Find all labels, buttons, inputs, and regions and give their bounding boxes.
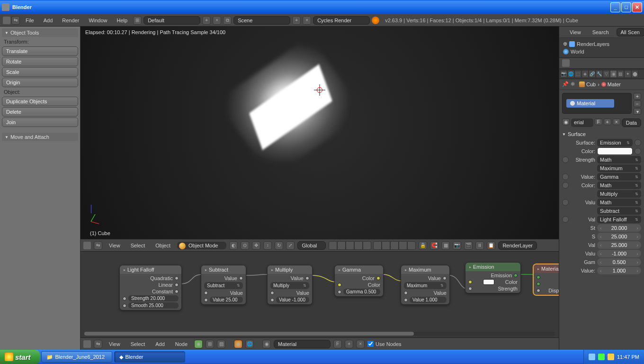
delete-button[interactable]: Delete	[2, 107, 78, 117]
start-button[interactable]: start	[0, 350, 40, 364]
material-name-field[interactable]: erial	[571, 118, 593, 127]
shader-type-icon[interactable]: ◉	[194, 340, 203, 348]
tray-icon[interactable]	[598, 354, 605, 360]
prop-number-field[interactable]: 0.500	[597, 258, 641, 266]
prop-dropdown[interactable]: Subtract	[597, 207, 641, 215]
use-nodes-checkbox[interactable]: Use Nodes	[367, 341, 401, 347]
prop-dropdown[interactable]: Math	[597, 156, 641, 164]
node-scrollbar[interactable]	[84, 332, 555, 336]
pin-icon[interactable]: 📌	[562, 81, 569, 88]
prop-number-field[interactable]: 25.000	[597, 233, 641, 240]
minimize-button[interactable]: _	[610, 2, 620, 12]
add-slot-button[interactable]: +	[634, 93, 641, 100]
remove-layout-button[interactable]: ×	[213, 16, 221, 25]
collapse-icon[interactable]: ⇆	[94, 340, 102, 348]
link-dropdown[interactable]: Data	[622, 118, 641, 127]
translate-button[interactable]: Translate	[2, 46, 78, 56]
input-socket-icon[interactable]	[562, 199, 569, 206]
ne-node-menu[interactable]: Node	[171, 340, 191, 348]
tab-render[interactable]: 📷	[560, 70, 567, 78]
editor-type-icon[interactable]	[83, 242, 91, 249]
node-editor[interactable]: Light Falloff Quadratic Linear Constant …	[80, 251, 559, 337]
surface-panel-header[interactable]: Surface	[562, 130, 641, 138]
scene-dropdown[interactable]: Scene	[233, 16, 290, 25]
pivot-icon[interactable]: ⊙	[241, 241, 249, 250]
ne-view-menu[interactable]: View	[105, 340, 124, 348]
rotate-manip-icon[interactable]: ↻	[275, 241, 283, 250]
prop-dropdown[interactable]: Math	[597, 199, 641, 206]
node-subtract[interactable]: Subtract Value Subtract Value Value 25.0…	[201, 265, 246, 305]
lock-camera-icon[interactable]: 🔒	[419, 241, 427, 250]
snap-type-icon[interactable]: ▦	[441, 241, 450, 250]
tab-world[interactable]: ⬚	[574, 70, 581, 78]
node-emission[interactable]: Emission Emission Color Strength	[465, 262, 521, 293]
material-dropdown[interactable]: Material	[274, 340, 331, 348]
outliner-filter-dropdown[interactable]: All Scen	[617, 28, 644, 36]
close-button[interactable]: ✕	[632, 2, 642, 12]
taskbar-item-folder[interactable]: 📁Blender_June6_2012	[41, 351, 112, 363]
prop-color-field[interactable]	[597, 147, 633, 155]
prop-dropdown[interactable]: Multiply	[597, 190, 641, 198]
slot-menu-button[interactable]: ▾	[634, 108, 641, 115]
ne-select-menu[interactable]: Select	[127, 340, 149, 348]
remove-slot-button[interactable]: −	[634, 100, 641, 107]
world-data-icon[interactable]: 🌐	[245, 340, 254, 348]
tab-object[interactable]: ◈	[581, 70, 589, 78]
prop-dropdown[interactable]: Emission	[597, 139, 633, 146]
object-tools-header[interactable]: Object Tools	[2, 28, 78, 37]
compositor-type-icon[interactable]: ⊞	[206, 340, 214, 348]
new-material-button[interactable]: +	[604, 118, 611, 125]
tab-modifiers[interactable]: 🔧	[596, 70, 603, 78]
input-socket-icon[interactable]	[562, 216, 569, 223]
vp-object-menu[interactable]: Object	[152, 242, 174, 249]
tab-data[interactable]: ▽	[603, 70, 610, 78]
node-multiply[interactable]: Multiply Value Multiply Value Value -1.0…	[267, 265, 313, 305]
input-socket-icon[interactable]	[635, 148, 641, 155]
editor-type-icon[interactable]	[3, 17, 10, 24]
collapse-icon[interactable]: ⇆	[94, 241, 102, 250]
input-socket-icon[interactable]	[562, 182, 569, 189]
remove-material-button[interactable]: ×	[356, 340, 365, 348]
outliner-search-menu[interactable]: Search	[589, 28, 613, 36]
vp-select-menu[interactable]: Select	[127, 242, 149, 249]
input-socket-icon[interactable]	[635, 139, 641, 146]
node-maximum[interactable]: Maximum Value Maximum Value Value 1.000	[401, 265, 450, 305]
prop-number-field[interactable]: 25.000	[597, 241, 641, 249]
tab-scene[interactable]: 🌐	[567, 70, 574, 78]
node-gamma[interactable]: Gamma Color Color Gamma 0.500	[334, 265, 384, 297]
orientation-dropdown[interactable]: Global	[297, 241, 326, 250]
rotate-button[interactable]: Rotate	[2, 57, 78, 66]
tab-constraints[interactable]: 🔗	[589, 70, 596, 78]
pause-icon[interactable]: ⏸	[475, 241, 484, 250]
add-material-button[interactable]: +	[345, 340, 353, 348]
material-slot-list[interactable]: Material	[562, 93, 632, 114]
input-socket-icon[interactable]	[562, 156, 569, 163]
material-browse-icon[interactable]: ◉	[562, 118, 570, 125]
prop-dropdown[interactable]: Gamma	[597, 173, 641, 181]
3d-viewport[interactable]: Elapsed: 00:10.27 | Rendering | Path Tra…	[80, 27, 559, 239]
tab-texture[interactable]: ▨	[617, 70, 624, 78]
render-icon[interactable]: 📷	[453, 241, 461, 250]
menu-render[interactable]: Render	[58, 17, 83, 24]
fake-user-button[interactable]: F	[595, 118, 602, 125]
screen-layout-dropdown[interactable]: Default	[143, 16, 200, 25]
join-button[interactable]: Join	[2, 118, 78, 127]
editor-type-icon[interactable]	[83, 340, 91, 348]
snap-icon[interactable]: 🧲	[430, 241, 438, 250]
vp-view-menu[interactable]: View	[105, 242, 124, 249]
outliner[interactable]: ⊕RenderLayers World	[559, 38, 644, 57]
layout-grid-icon[interactable]: ⊞	[133, 16, 142, 25]
menu-file[interactable]: File	[22, 17, 38, 24]
tray-icon[interactable]	[589, 354, 595, 360]
tab-physics[interactable]: ⬤	[631, 70, 638, 78]
layer-buttons[interactable]	[329, 241, 416, 250]
scene-browse-icon[interactable]: ⧉	[223, 16, 232, 25]
outliner-view-menu[interactable]: View	[566, 28, 585, 36]
node-light-falloff[interactable]: Light Falloff Quadratic Linear Constant …	[119, 265, 182, 310]
scale-manip-icon[interactable]: ⤢	[286, 241, 295, 250]
prop-number-field[interactable]: 1.000	[597, 267, 641, 274]
prop-number-field[interactable]: 20.000	[597, 224, 641, 232]
prop-dropdown[interactable]: Maximum	[597, 164, 641, 172]
render-layer-dropdown[interactable]: RenderLayer	[498, 241, 537, 250]
texture-type-icon[interactable]: ▨	[217, 340, 225, 348]
